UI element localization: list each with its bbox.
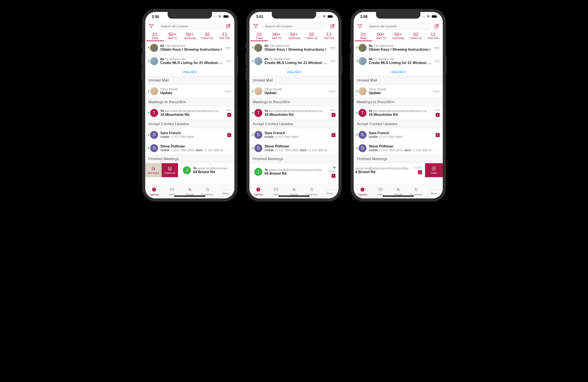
home-indicator[interactable]: [383, 195, 414, 197]
tag-icon: [414, 187, 418, 193]
tab-today[interactable]: 22Today: [355, 31, 372, 41]
search-input[interactable]: [157, 23, 222, 30]
agenda-item[interactable]: Re 139 Abbott Rd Obtain Keys / Showing I…: [250, 41, 338, 55]
tab-next-7d[interactable]: 50+Next 7d: [164, 31, 181, 41]
arrow-right-icon[interactable]: [418, 170, 422, 174]
agenda-content: Re 139 Abbott Rd Obtain Keys / Showing I…: [250, 41, 338, 185]
agenda-item[interactable]: Re 139 Abbott Rd Obtain Keys / Showing I…: [145, 41, 234, 55]
home-indicator[interactable]: [278, 195, 310, 197]
nav-more[interactable]: ○ ○ ○More: [217, 185, 234, 198]
unread-indicator: [148, 112, 149, 114]
agenda-content: Re 139 Abbott Rd Obtain Keys / Showing I…: [354, 41, 443, 185]
search-input[interactable]: [261, 23, 327, 30]
unread-indicator: [148, 148, 149, 149]
tab-past-due[interactable]: 11Past Due: [424, 31, 442, 41]
contact-avatar: S: [150, 144, 158, 152]
contact-update-item[interactable]: S Sara French mobile +1 617-555-9904: [145, 128, 234, 141]
agenda-content: Re 139 Abbott Rd Obtain Keys / Showing I…: [145, 41, 234, 185]
compose-icon[interactable]: [225, 23, 232, 30]
unread-indicator: [252, 148, 253, 149]
tab-past-due[interactable]: 11Past Due: [320, 31, 338, 41]
svg-point-7: [189, 189, 190, 190]
agenda-item[interactable]: Re 21 Windsor Rd Create MLS Listing for …: [145, 55, 234, 68]
tab-today[interactable]: 22Today: [146, 31, 164, 41]
finished-meeting-item[interactable]: J To jaime.vine@americancenturyrecordswo…: [250, 163, 338, 181]
dots-icon: ○ ○ ○: [326, 189, 334, 191]
view-all-link[interactable]: View All 8: [250, 68, 338, 76]
phone-mockup: 3:01 •••• 22Today50+Next 7d50+Upcoming32…: [246, 9, 342, 202]
arrow-right-icon[interactable]: [332, 174, 336, 178]
clock-icon: [360, 187, 365, 193]
compose-icon[interactable]: [433, 23, 440, 30]
contact-avatar: J: [254, 168, 262, 176]
arrow-right-icon[interactable]: [227, 113, 231, 117]
meeting-item[interactable]: T To ted.striker@transamericanairlinesco…: [250, 106, 338, 120]
nav-agenda[interactable]: Agenda: [354, 185, 371, 198]
compose-icon[interactable]: [329, 23, 336, 30]
section-finished-meetings: Finished Meetings: [145, 155, 234, 163]
contact-update-item[interactable]: S Steve Puftman mobile +1 617-555-5435, …: [354, 141, 443, 155]
status-time: 2:58: [360, 15, 367, 19]
svg-point-17: [294, 189, 295, 190]
swipe-follow-up-button[interactable]: Follow Up: [162, 163, 178, 177]
cellular-icon: ••••: [213, 16, 217, 18]
mail-item[interactable]: Olivia Pareili Update 12am: [354, 85, 443, 98]
mail-item[interactable]: Olivia Pareili Update 12am: [145, 85, 234, 98]
tab-upcoming[interactable]: 50+Upcoming: [390, 31, 407, 41]
svg-rect-3: [226, 25, 230, 28]
contact-update-item[interactable]: S Steve Puftman mobile +1 617-555-5435, …: [250, 141, 338, 155]
meeting-item[interactable]: T To ted.striker@transamericanairlinesco…: [354, 106, 443, 120]
contact-avatar: S: [358, 144, 366, 152]
finished-meeting-item[interactable]: J To jaime.vine@americancentu 64 Bristol…: [178, 163, 234, 177]
view-all-link[interactable]: View All 8: [145, 68, 234, 76]
swipe-add-notes-button[interactable]: Add Notes: [145, 163, 162, 177]
tab-past-due[interactable]: 11Past Due: [216, 31, 233, 41]
property-avatar: [358, 44, 366, 52]
arrow-right-icon[interactable]: [227, 133, 231, 137]
arrow-right-icon[interactable]: [436, 113, 440, 117]
mail-item[interactable]: Olivia Pareili Update 12am: [250, 85, 338, 98]
agenda-item[interactable]: Re 139 Abbott Rd Obtain Keys / Showing I…: [354, 41, 443, 55]
contact-avatar: S: [254, 131, 262, 139]
contact-update-item[interactable]: S Steve Puftman mobile +1 617-555-5435, …: [145, 141, 234, 155]
finished-meeting-item[interactable]: jaime.vine@americancenturyrecordsworkbiz…: [354, 163, 425, 177]
nav-more[interactable]: ○ ○ ○More: [425, 185, 443, 198]
filter-icon[interactable]: [148, 23, 155, 30]
meeting-item[interactable]: T To ted.striker@transamericanairlinesco…: [145, 106, 234, 120]
swipe-clear-button[interactable]: Clear: [425, 163, 443, 177]
finished-meeting-item-swiped: Add Notes Follow Up J To jaime.vine@amer…: [145, 163, 234, 177]
nav-agenda[interactable]: Agenda: [145, 185, 163, 198]
tab-follow-up[interactable]: 32Follow Up: [198, 31, 216, 41]
view-all-link[interactable]: View All 8: [354, 68, 443, 76]
agenda-item[interactable]: Re 21 Windsor Rd Create MLS Listing for …: [250, 55, 338, 68]
tab-upcoming[interactable]: 50+Upcoming: [285, 31, 303, 41]
tab-upcoming[interactable]: 50+Upcoming: [181, 31, 199, 41]
svg-point-27: [399, 189, 399, 190]
section-unread-mail: Unread Mail: [250, 76, 338, 85]
tab-next-7d[interactable]: 50+Next 7d: [268, 31, 285, 41]
tab-next-7d[interactable]: 50+Next 7d: [372, 31, 390, 41]
contact-update-item[interactable]: S Sara French mobile +1 617-555-9904: [250, 128, 338, 141]
cellular-icon: ••••: [317, 16, 321, 18]
home-indicator[interactable]: [174, 195, 205, 197]
arrow-right-icon[interactable]: [332, 113, 336, 117]
contact-update-item[interactable]: S Sara French mobile +1 617-555-9904: [354, 128, 443, 141]
tab-follow-up[interactable]: 32Follow Up: [303, 31, 320, 41]
wifi-icon: [322, 15, 326, 19]
tab-today[interactable]: 22Today: [250, 31, 268, 41]
svg-point-26: [397, 189, 399, 190]
contact-avatar: T: [358, 109, 366, 117]
arrow-right-icon[interactable]: [332, 133, 336, 137]
unread-indicator: [252, 112, 253, 114]
filter-icon[interactable]: [356, 23, 363, 30]
agenda-item[interactable]: Re 21 Windsor Rd Create MLS Listing for …: [354, 55, 443, 68]
svg-rect-6: [170, 189, 174, 191]
nav-more[interactable]: ○ ○ ○More: [321, 185, 338, 198]
clock-icon: [256, 187, 261, 193]
tab-follow-up[interactable]: 32Follow Up: [407, 31, 424, 41]
svg-rect-20: [432, 16, 436, 18]
arrow-right-icon[interactable]: [436, 133, 440, 137]
search-input[interactable]: [366, 23, 431, 30]
nav-agenda[interactable]: Agenda: [250, 185, 267, 198]
filter-icon[interactable]: [252, 23, 259, 30]
